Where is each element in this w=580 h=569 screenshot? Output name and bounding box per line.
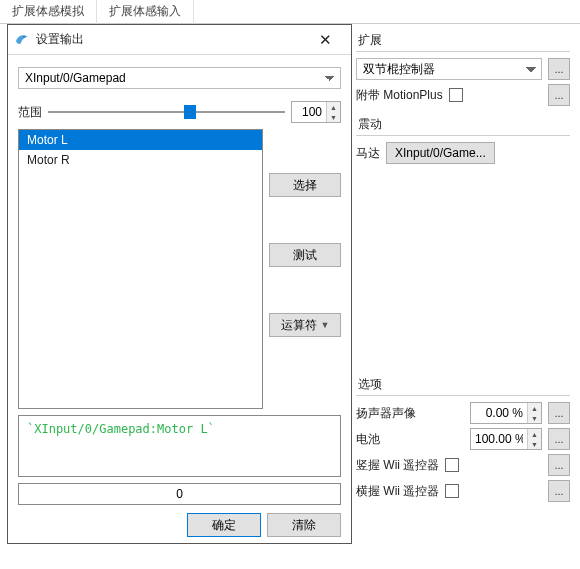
tab-extension-motion-input[interactable]: 扩展体感输入 xyxy=(97,0,194,24)
output-listbox[interactable]: Motor L Motor R xyxy=(18,129,263,409)
range-label: 范围 xyxy=(18,104,42,121)
motionplus-config-button[interactable]: ... xyxy=(548,84,570,106)
select-button[interactable]: 选择 xyxy=(269,173,341,197)
extension-combo[interactable]: 双节棍控制器 xyxy=(356,58,542,80)
tab-extension-motion-sim[interactable]: 扩展体感模拟 xyxy=(0,0,97,24)
battery-config-button[interactable]: ... xyxy=(548,428,570,450)
ok-button[interactable]: 确定 xyxy=(187,513,261,537)
dialog-titlebar[interactable]: 设置输出 ✕ xyxy=(8,25,351,55)
divider xyxy=(356,51,570,52)
horizontal-wiimote-label: 横握 Wii 遥控器 xyxy=(356,483,439,500)
device-combo[interactable]: XInput/0/Gamepad xyxy=(18,67,341,89)
battery-up[interactable]: ▲ xyxy=(528,429,541,439)
motor-label: 马达 xyxy=(356,145,380,162)
speaker-pan-spinner[interactable]: ▲ ▼ xyxy=(470,402,542,424)
list-item[interactable]: Motor R xyxy=(19,150,262,170)
speaker-pan-input[interactable] xyxy=(471,403,527,423)
section-title-options: 选项 xyxy=(356,376,570,393)
divider xyxy=(356,135,570,136)
section-title-extension: 扩展 xyxy=(356,32,570,49)
range-slider[interactable] xyxy=(48,102,285,122)
battery-spinner[interactable]: ▲ ▼ xyxy=(470,428,542,450)
motionplus-label: 附带 MotionPlus xyxy=(356,87,443,104)
motor-button[interactable]: XInput/0/Game... xyxy=(386,142,495,164)
range-spinner[interactable]: ▲ ▼ xyxy=(291,101,341,123)
battery-label: 电池 xyxy=(356,431,380,448)
range-input[interactable] xyxy=(292,102,326,122)
section-title-rumble: 震动 xyxy=(356,116,570,133)
dialog-title: 设置输出 xyxy=(36,31,305,48)
speaker-pan-down[interactable]: ▼ xyxy=(528,413,541,423)
vertical-wiimote-config-button[interactable]: ... xyxy=(548,454,570,476)
range-down[interactable]: ▼ xyxy=(327,112,340,122)
expression-box[interactable]: `XInput/0/Gamepad:Motor L` xyxy=(18,415,341,477)
set-output-dialog: 设置输出 ✕ XInput/0/Gamepad 范围 ▲ ▼ xyxy=(7,24,352,544)
list-item[interactable]: Motor L xyxy=(19,130,262,150)
operator-button[interactable]: 运算符 ▼ xyxy=(269,313,341,337)
chevron-down-icon: ▼ xyxy=(321,320,330,330)
speaker-pan-config-button[interactable]: ... xyxy=(548,402,570,424)
battery-down[interactable]: ▼ xyxy=(528,439,541,449)
speaker-pan-up[interactable]: ▲ xyxy=(528,403,541,413)
operator-button-label: 运算符 xyxy=(281,317,317,334)
horizontal-wiimote-checkbox[interactable] xyxy=(445,484,459,498)
background-tabs: 扩展体感模拟 扩展体感输入 xyxy=(0,0,580,24)
preview-value-field[interactable] xyxy=(18,483,341,505)
extension-config-button[interactable]: ... xyxy=(548,58,570,80)
battery-input[interactable] xyxy=(471,429,527,449)
speaker-pan-label: 扬声器声像 xyxy=(356,405,416,422)
divider xyxy=(356,395,570,396)
dolphin-icon xyxy=(14,32,30,48)
vertical-wiimote-checkbox[interactable] xyxy=(445,458,459,472)
svg-point-0 xyxy=(23,36,25,38)
clear-button[interactable]: 清除 xyxy=(267,513,341,537)
range-up[interactable]: ▲ xyxy=(327,102,340,112)
horizontal-wiimote-config-button[interactable]: ... xyxy=(548,480,570,502)
motionplus-checkbox[interactable] xyxy=(449,88,463,102)
vertical-wiimote-label: 竖握 Wii 遥控器 xyxy=(356,457,439,474)
dialog-close-button[interactable]: ✕ xyxy=(305,26,345,54)
test-button[interactable]: 测试 xyxy=(269,243,341,267)
